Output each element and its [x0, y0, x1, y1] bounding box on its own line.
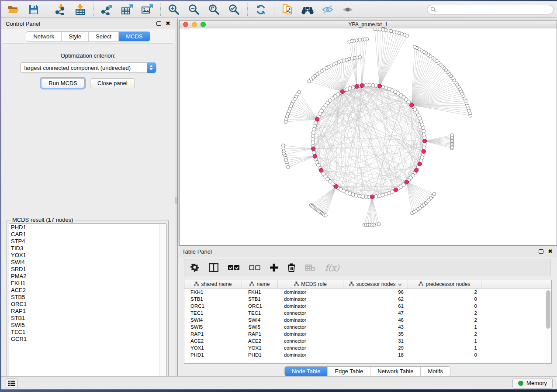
- mcds-result-item[interactable]: YOX1: [9, 252, 166, 259]
- mcds-result-item[interactable]: FKH1: [9, 280, 166, 287]
- column-header-successor-nodes[interactable]: successor nodes: [343, 280, 408, 288]
- tab-style[interactable]: Style: [61, 32, 88, 41]
- toolbar-separator: [247, 3, 248, 16]
- mcds-result-item[interactable]: SRD1: [9, 266, 166, 273]
- table-row[interactable]: PHD1PHD1dominator180: [184, 351, 545, 358]
- table-row[interactable]: ORC1ORC1dominator610: [184, 303, 545, 309]
- memory-button[interactable]: Memory: [512, 378, 553, 389]
- mcds-result-item[interactable]: STB5: [9, 294, 166, 301]
- table-cell: 2: [408, 317, 481, 323]
- close-panel-icon[interactable]: ✖: [166, 21, 170, 26]
- table-cell: TEC1: [242, 310, 278, 316]
- float-panel-icon[interactable]: [156, 21, 161, 26]
- table-cell: FKH1: [184, 289, 242, 295]
- table-cell: YOX1: [184, 345, 242, 351]
- tab-select[interactable]: Select: [88, 32, 118, 41]
- delete-column-icon[interactable]: [287, 263, 295, 272]
- close-panel-button[interactable]: Close panel: [90, 78, 135, 88]
- import-network-icon[interactable]: [52, 3, 69, 17]
- open-folder-icon[interactable]: [5, 3, 22, 17]
- mcds-result-item[interactable]: PMA2: [9, 273, 166, 280]
- duplicate-network-icon[interactable]: [279, 3, 296, 17]
- table-cell: ACE2: [242, 338, 278, 344]
- mcds-result-item[interactable]: ORC1: [9, 301, 166, 308]
- delete-table-icon[interactable]: [305, 264, 315, 271]
- table-row[interactable]: RAP1RAP1dominator352: [184, 330, 545, 337]
- first-neighbors-icon[interactable]: [299, 3, 316, 17]
- mcds-result-item[interactable]: STP4: [9, 238, 166, 245]
- table-scrollbar[interactable]: [545, 289, 551, 363]
- table-row[interactable]: SWI5SWI5connector431: [184, 323, 545, 330]
- select-all-icon[interactable]: [228, 265, 239, 271]
- table-panel-tabs: Node TableEdge TableNetwork TableMotifs: [284, 366, 450, 376]
- save-icon[interactable]: [25, 3, 42, 17]
- tab-network[interactable]: Network: [26, 32, 61, 41]
- mcds-result-item[interactable]: TID3: [9, 245, 166, 252]
- zoom-in-icon[interactable]: [165, 3, 183, 17]
- mcds-result-item[interactable]: TEC1: [9, 329, 166, 336]
- tab-mcds[interactable]: MCDS: [118, 32, 149, 41]
- table-cell: STB1: [242, 296, 278, 302]
- add-column-icon[interactable]: [270, 264, 278, 272]
- tab-motifs[interactable]: Motifs: [420, 367, 450, 376]
- tab-node-table[interactable]: Node Table: [285, 367, 328, 376]
- criterion-dropdown[interactable]: largest connected component (undirected): [20, 62, 156, 73]
- function-builder-icon[interactable]: f(x): [325, 263, 339, 272]
- mcds-result-item[interactable]: GCR1: [9, 336, 166, 343]
- tree-icon: [294, 281, 299, 287]
- table-cell: 1: [408, 324, 481, 330]
- gear-icon[interactable]: [190, 263, 199, 272]
- control-panel-title: Control Panel: [6, 21, 40, 27]
- show-all-icon[interactable]: [339, 3, 356, 17]
- toolbar-separator: [47, 3, 47, 16]
- table-scrollbar-thumb[interactable]: [546, 290, 550, 329]
- network-canvas[interactable]: [180, 28, 557, 245]
- table-row[interactable]: FKH1FKH1dominator962: [184, 289, 545, 296]
- export-table-icon[interactable]: [118, 3, 136, 17]
- column-header-name[interactable]: name: [242, 280, 278, 288]
- splitter-grip[interactable]: [175, 197, 177, 204]
- import-table-icon[interactable]: [72, 3, 89, 17]
- mcds-result-list[interactable]: PHD1CAR1STP4TID3YOX1SWI4SRD1PMA2FKH1ACE2…: [9, 224, 166, 380]
- column-header-shared-name[interactable]: shared name: [184, 280, 242, 288]
- mcds-result-item[interactable]: PHD1: [9, 224, 166, 231]
- tab-network-table[interactable]: Network Table: [370, 367, 420, 376]
- mcds-result-item[interactable]: ACE2: [9, 287, 166, 294]
- table-cell: 46: [343, 317, 408, 323]
- table-row[interactable]: SWI4SWI4dominator462: [184, 316, 545, 323]
- float-panel-icon[interactable]: [539, 249, 543, 254]
- hide-selected-icon[interactable]: [319, 3, 336, 17]
- task-history-button[interactable]: [6, 378, 18, 388]
- run-mcds-button[interactable]: Run MCDS: [41, 78, 85, 88]
- apply-layout-icon[interactable]: [252, 3, 270, 17]
- search-input[interactable]: [427, 5, 554, 14]
- column-header-MCDS-role[interactable]: MCDS role: [278, 280, 343, 288]
- tab-edge-table[interactable]: Edge Table: [327, 367, 370, 376]
- mcds-result-item[interactable]: SWI4: [9, 259, 166, 266]
- table-row[interactable]: ACE2ACE2connector311: [184, 337, 545, 344]
- tree-icon: [249, 281, 254, 287]
- mcds-result-item[interactable]: CAR1: [9, 231, 166, 238]
- close-panel-icon[interactable]: ✖: [548, 249, 553, 254]
- network-window-titlebar[interactable]: YPA_prune.txt_1: [180, 21, 557, 28]
- mcds-list-scrollbar[interactable]: [159, 224, 166, 380]
- column-header-predecessor-nodes[interactable]: predecessor nodes: [408, 280, 481, 288]
- control-panel-header: Control Panel ✖: [1, 18, 175, 29]
- panel-splitter[interactable]: [175, 18, 178, 376]
- mcds-result-item[interactable]: RAP1: [9, 308, 166, 315]
- dropdown-stepper-icon: [147, 62, 156, 73]
- zoom-selected-icon[interactable]: [225, 3, 243, 17]
- mcds-result-item[interactable]: SWI5: [9, 322, 166, 329]
- export-image-icon[interactable]: [138, 3, 156, 17]
- column-layout-icon[interactable]: [209, 263, 218, 272]
- table-row[interactable]: TEC1TEC1connector472: [184, 309, 545, 316]
- table-cell: 35: [343, 331, 408, 337]
- mcds-result-item[interactable]: STB1: [9, 315, 166, 322]
- export-network-icon[interactable]: [98, 3, 116, 17]
- deselect-all-icon[interactable]: [249, 265, 260, 271]
- zoom-out-icon[interactable]: [185, 3, 203, 17]
- tree-icon: [349, 281, 354, 287]
- table-row[interactable]: YOX1YOX1connector291: [184, 344, 545, 351]
- table-row[interactable]: STB1STB1dominator620: [184, 296, 545, 303]
- zoom-fit-icon[interactable]: [205, 3, 223, 17]
